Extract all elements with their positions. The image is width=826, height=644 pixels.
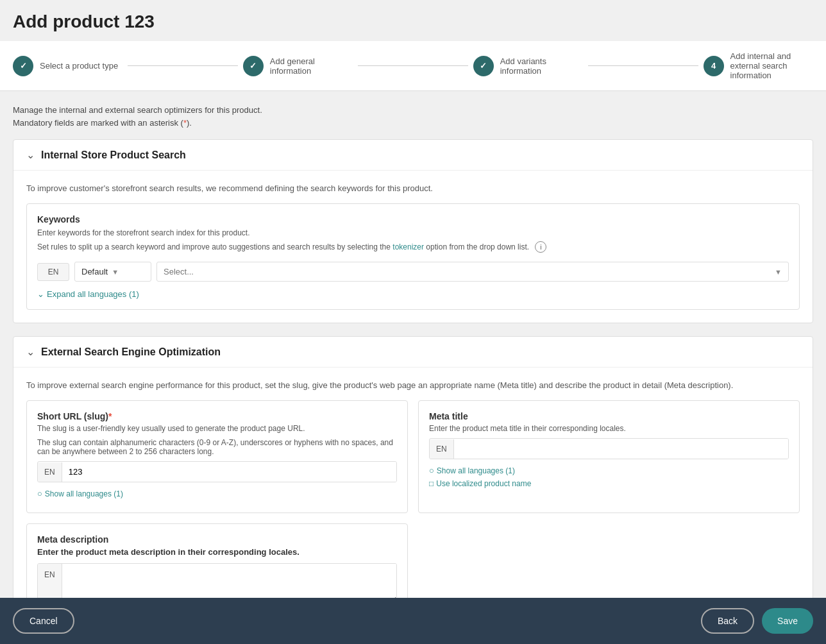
meta-desc-subtitle: Enter the product meta description in th…: [37, 547, 397, 557]
meta-desc-input-row: EN: [37, 563, 397, 603]
keywords-select[interactable]: ▼: [156, 262, 789, 282]
step-connector-1: [128, 65, 237, 66]
meta-title-copy-icon: □: [429, 479, 434, 488]
step-1-circle: ✓: [13, 56, 33, 76]
step-3-circle: ✓: [473, 56, 494, 76]
slug-globe-icon: ○: [37, 489, 42, 498]
info-icon[interactable]: i: [535, 241, 546, 253]
meta-title-show-lang-label: Show all languages (1): [437, 466, 515, 475]
page-title: Add product 123: [13, 12, 813, 32]
dropdown-default-label: Default: [81, 267, 108, 276]
step-3: ✓ Add variants information: [473, 56, 583, 76]
slug-desc1: The slug is a user-friendly key usually …: [37, 424, 397, 433]
internal-search-desc: To improve customer's storefront search …: [26, 183, 800, 193]
external-search-title: External Search Engine Optimization: [41, 346, 221, 358]
step-4-circle: 4: [704, 56, 724, 76]
rule-suffix: option from the drop down list.: [426, 242, 529, 251]
stepper: ✓ Select a product type ✓ Add general in…: [0, 41, 826, 91]
tokenizer-link[interactable]: tokenizer: [392, 242, 424, 251]
slug-lang-badge: EN: [38, 462, 62, 482]
internal-search-toggle[interactable]: ⌄: [26, 149, 35, 161]
dropdown-arrow-icon: ▼: [112, 268, 119, 276]
footer-right-buttons: Back Save: [701, 608, 813, 634]
meta-desc-title: Meta description: [37, 534, 397, 545]
keywords-rule: Set rules to split up a search keyword a…: [37, 241, 789, 253]
chevron-down-icon: ⌄: [37, 289, 44, 299]
cancel-button[interactable]: Cancel: [13, 608, 74, 634]
meta-title-box: Meta title Enter the product meta title …: [418, 400, 800, 513]
step-1: ✓ Select a product type: [13, 56, 122, 76]
meta-title-show-languages-link[interactable]: ○ Show all languages (1): [429, 466, 789, 475]
step-4-label: Add internal and external search informa…: [730, 51, 813, 80]
slug-input-row: EN: [37, 461, 397, 482]
intro-text: Manage the internal and external search …: [13, 104, 813, 129]
seo-top-grid: Short URL (slug)* The slug is a user-fri…: [26, 400, 800, 513]
external-search-toggle[interactable]: ⌄: [26, 346, 35, 358]
slug-box: Short URL (slug)* The slug is a user-fri…: [26, 400, 408, 513]
keywords-desc: Enter keywords for the storefront search…: [37, 228, 789, 237]
intro-line1: Manage the internal and external search …: [13, 104, 813, 117]
step-1-label: Select a product type: [40, 61, 118, 71]
meta-title-title: Meta title: [429, 411, 789, 421]
page-header: Add product 123: [0, 0, 826, 41]
tokenizer-dropdown[interactable]: Default ▼: [74, 262, 151, 282]
slug-show-languages-link[interactable]: ○ Show all languages (1): [37, 489, 397, 498]
slug-required-asterisk: *: [108, 411, 112, 421]
expand-link-label: Expand all languages (1): [47, 289, 139, 299]
intro-line2: Mandatory fields are marked with an aste…: [13, 117, 813, 130]
step-2: ✓ Add general information: [243, 56, 353, 76]
internal-search-body: To improve customer's storefront search …: [13, 171, 813, 323]
keywords-search-input[interactable]: [164, 267, 775, 276]
meta-title-lang-badge: EN: [430, 439, 454, 459]
meta-title-use-localized-link[interactable]: □ Use localized product name: [429, 479, 789, 488]
meta-title-use-local-label: Use localized product name: [436, 479, 531, 488]
internal-search-section: ⌄ Internal Store Product Search To impro…: [13, 139, 813, 323]
keywords-select-arrow-icon: ▼: [775, 268, 782, 276]
step-3-label: Add variants information: [500, 56, 583, 76]
meta-title-globe-icon: ○: [429, 466, 434, 475]
meta-title-input[interactable]: [454, 439, 788, 459]
keywords-title: Keywords: [37, 214, 789, 225]
asterisk-symbol: *: [183, 118, 187, 128]
internal-search-header: ⌄ Internal Store Product Search: [13, 140, 813, 171]
content-area: Manage the internal and external search …: [0, 91, 826, 644]
slug-title: Short URL (slug)*: [37, 411, 397, 421]
meta-desc-textarea[interactable]: [62, 564, 396, 602]
save-button[interactable]: Save: [762, 608, 813, 634]
external-search-desc: To improve external search engine perfor…: [26, 380, 800, 390]
meta-desc-lang-badge: EN: [38, 564, 62, 602]
footer-bar: Cancel Back Save: [0, 598, 826, 644]
step-connector-2: [358, 65, 468, 66]
slug-show-lang-label: Show all languages (1): [45, 489, 123, 498]
keywords-box: Keywords Enter keywords for the storefro…: [26, 203, 800, 310]
step-4: 4 Add internal and external search infor…: [704, 51, 813, 80]
slug-input[interactable]: [62, 462, 396, 482]
slug-desc2: The slug can contain alphanumeric charac…: [37, 438, 397, 456]
step-connector-3: [588, 65, 698, 66]
step-2-label: Add general information: [270, 56, 353, 76]
lang-badge-en: EN: [37, 263, 69, 281]
expand-all-languages-link[interactable]: ⌄ Expand all languages (1): [37, 289, 789, 299]
keywords-row: EN Default ▼ ▼: [37, 262, 789, 282]
rule-prefix: Set rules to split up a search keyword a…: [37, 242, 391, 251]
back-button[interactable]: Back: [701, 608, 754, 634]
meta-title-desc: Enter the product meta title in their co…: [429, 424, 789, 433]
meta-title-input-row: EN: [429, 438, 789, 459]
step-2-circle: ✓: [243, 56, 264, 76]
internal-search-title: Internal Store Product Search: [41, 149, 186, 161]
external-search-header: ⌄ External Search Engine Optimization: [13, 337, 813, 368]
